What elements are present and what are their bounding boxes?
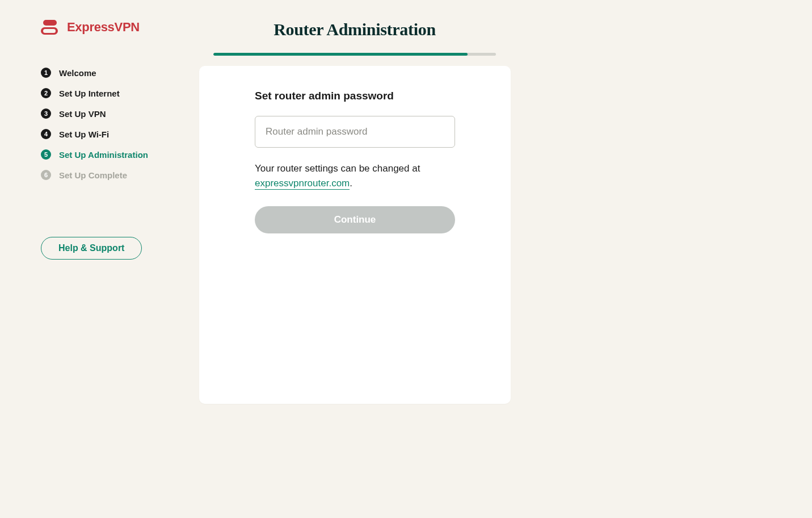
- info-suffix: .: [350, 178, 352, 189]
- main-content: Router Administration Set router admin p…: [197, 20, 812, 404]
- brand-logo: ExpressVPN: [41, 20, 197, 35]
- step-number-badge: 5: [41, 149, 51, 160]
- step-number-badge: 2: [41, 88, 51, 98]
- setup-steps-list: 1 Welcome 2 Set Up Internet 3 Set Up VPN…: [41, 68, 197, 180]
- step-number-badge: 4: [41, 129, 51, 139]
- step-number-badge: 3: [41, 108, 51, 119]
- step-setup-administration[interactable]: 5 Set Up Administration: [41, 149, 197, 160]
- step-welcome[interactable]: 1 Welcome: [41, 68, 197, 78]
- step-setup-internet[interactable]: 2 Set Up Internet: [41, 88, 197, 98]
- continue-button[interactable]: Continue: [255, 206, 455, 233]
- page-title: Router Administration: [213, 20, 496, 39]
- sidebar: ExpressVPN 1 Welcome 2 Set Up Internet 3…: [41, 20, 197, 404]
- step-label: Set Up Administration: [59, 150, 148, 160]
- step-number-badge: 1: [41, 68, 51, 78]
- setup-progress-bar: [213, 53, 496, 56]
- router-admin-password-input[interactable]: [255, 116, 455, 148]
- info-prefix: Your router settings can be changed at: [255, 163, 420, 174]
- step-label: Set Up Wi-Fi: [59, 130, 109, 139]
- help-support-button[interactable]: Help & Support: [41, 237, 142, 260]
- step-label: Set Up Complete: [59, 170, 127, 180]
- card-heading: Set router admin password: [255, 90, 455, 102]
- setup-progress-fill: [213, 53, 468, 56]
- admin-password-card: Set router admin password Your router se…: [199, 66, 511, 404]
- step-label: Set Up VPN: [59, 109, 106, 119]
- svg-rect-2: [43, 29, 56, 33]
- settings-info-text: Your router settings can be changed at e…: [255, 161, 455, 190]
- step-label: Welcome: [59, 68, 96, 78]
- step-setup-complete: 6 Set Up Complete: [41, 170, 197, 180]
- svg-rect-0: [43, 20, 57, 26]
- step-setup-vpn[interactable]: 3 Set Up VPN: [41, 108, 197, 119]
- expressvpn-logo-icon: [41, 20, 61, 35]
- step-number-badge: 6: [41, 170, 51, 180]
- step-label: Set Up Internet: [59, 89, 120, 98]
- step-setup-wifi[interactable]: 4 Set Up Wi-Fi: [41, 129, 197, 139]
- router-settings-link[interactable]: expressvpnrouter.com: [255, 178, 350, 190]
- brand-name: ExpressVPN: [67, 20, 140, 35]
